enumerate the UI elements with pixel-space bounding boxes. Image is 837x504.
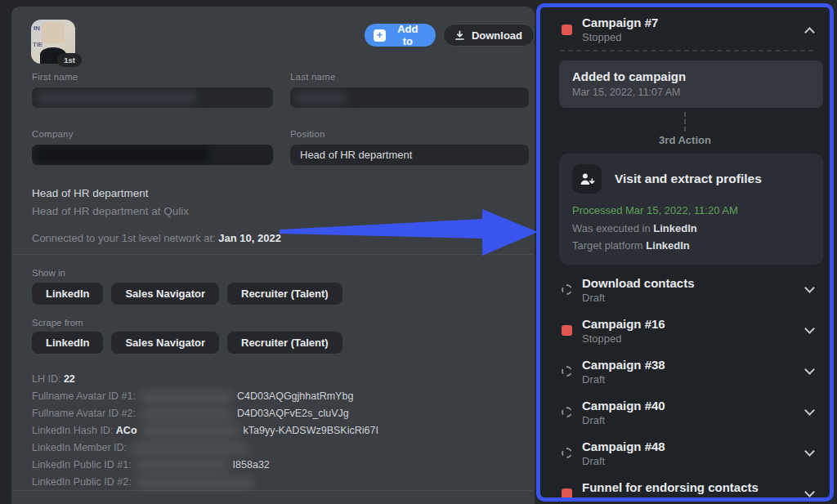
campaigns-panel: Campaign #7 Stopped Added to campaign Ma… <box>536 3 834 502</box>
action-platform-line: Target platform LinkedIn <box>572 237 810 255</box>
first-name-input[interactable] <box>32 87 273 108</box>
first-name-field: First name <box>32 72 273 108</box>
position-label: Position <box>290 129 529 139</box>
extract-profiles-icon <box>579 171 596 188</box>
connected-date: Jan 10, 2022 <box>218 232 281 244</box>
draft-icon <box>562 284 572 295</box>
first-name-label: First name <box>32 72 273 82</box>
scrape-from-label: Scrape from <box>32 318 83 328</box>
action-title: Visit and extract profiles <box>615 172 762 186</box>
last-name-field: Last name <box>290 72 529 108</box>
connection-degree-badge: 1st <box>57 53 82 67</box>
redacted-value <box>137 477 253 488</box>
chevron-down-icon[interactable] <box>804 364 815 375</box>
draft-icon <box>562 366 572 377</box>
annotation-arrow <box>280 208 538 257</box>
avatar-face-redaction <box>42 22 65 43</box>
plus-icon <box>374 29 386 42</box>
profile-subheadline: Head of HR department at Qulix <box>32 205 189 217</box>
avatar: IN TIE 1st <box>31 20 75 64</box>
dashed-divider <box>560 50 813 51</box>
action-meta: Processed Mar 15, 2022, 11:20 AM Was exe… <box>572 202 810 255</box>
id-row: LinkedIn Hash ID: ACokTa9yy-KADSWz9BSKic… <box>32 422 378 439</box>
chevron-up-icon[interactable] <box>804 27 815 38</box>
section-divider <box>12 490 534 491</box>
redacted-value <box>37 90 196 105</box>
download-button[interactable]: Download <box>443 24 535 47</box>
chip-show-sales-navigator[interactable]: Sales Navigator <box>111 283 219 305</box>
id-row: LinkedIn Public ID #2: <box>32 474 378 491</box>
show-in-chips: LinkedIn Sales Navigator Recruiter (Tale… <box>32 283 342 305</box>
stopped-icon <box>562 325 572 336</box>
id-row: LinkedIn Member ID: <box>32 439 378 457</box>
campaign-row-40[interactable]: Campaign #40 Draft <box>540 392 830 433</box>
chevron-down-icon[interactable] <box>804 323 815 334</box>
download-label: Download <box>472 29 522 42</box>
redacted-value <box>142 426 239 437</box>
stopped-icon <box>562 25 572 35</box>
add-to-label: Add to <box>392 23 424 47</box>
chip-scrape-linkedin[interactable]: LinkedIn <box>32 332 103 354</box>
chevron-down-icon[interactable] <box>804 283 815 293</box>
campaign-status: Stopped <box>582 30 658 44</box>
redacted-value <box>137 460 228 471</box>
action-executed-line: Was executed in LinkedIn <box>572 220 810 238</box>
campaign-row-download-contacts[interactable]: Download contacts Draft <box>540 270 830 310</box>
app-window: IN TIE 1st Add to Download First name <box>0 0 837 504</box>
chevron-down-icon[interactable] <box>804 405 815 416</box>
redacted-value <box>141 391 232 403</box>
position-field: Position Head of HR department <box>290 129 529 165</box>
id-row: LH ID: 22 <box>32 371 378 388</box>
redacted-value <box>37 147 208 163</box>
profile-headline: Head of HR department <box>32 187 149 199</box>
event-title: Added to campaign <box>572 69 810 83</box>
company-input[interactable] <box>32 145 273 165</box>
campaign-row-expanded[interactable]: Campaign #7 Stopped <box>540 7 830 44</box>
status-icon-cell <box>560 25 573 35</box>
dashed-connector <box>684 112 686 132</box>
last-name-input[interactable] <box>290 87 529 108</box>
connected-line: Connected to your 1st level network at: … <box>32 232 281 244</box>
campaign-list: Download contacts Draft Campaign #16 Sto… <box>540 270 830 502</box>
redacted-value <box>141 408 232 420</box>
action-processed: Processed Mar 15, 2022, 11:20 AM <box>572 202 810 220</box>
last-name-label: Last name <box>290 72 529 82</box>
company-field: Company <box>32 129 273 165</box>
chevron-down-icon[interactable] <box>804 487 815 497</box>
action-card-header: Visit and extract profiles <box>572 164 810 194</box>
chevron-down-icon[interactable] <box>804 446 815 457</box>
draft-icon <box>562 407 572 417</box>
position-value: Head of HR department <box>300 149 412 161</box>
scrape-from-chips: LinkedIn Sales Navigator Recruiter (Tale… <box>32 332 342 354</box>
chip-scrape-recruiter[interactable]: Recruiter (Talent) <box>227 332 342 354</box>
chip-show-recruiter[interactable]: Recruiter (Talent) <box>227 283 342 305</box>
id-row: Fullname Avatar ID #2:D4D03AQFvE2s_cluVJ… <box>32 405 378 422</box>
download-icon <box>454 29 466 42</box>
redacted-value <box>295 90 346 105</box>
campaign-text: Campaign #7 Stopped <box>582 15 658 44</box>
campaign-event-card: Added to campaign Mar 15, 2022, 11:07 AM <box>559 60 823 108</box>
company-label: Company <box>32 129 273 139</box>
action-card: Visit and extract profiles Processed Mar… <box>559 154 823 265</box>
id-row: LinkedIn Public ID #1:I858a32 <box>32 457 378 474</box>
show-in-label: Show in <box>32 268 65 278</box>
redacted-value <box>132 443 248 454</box>
add-to-button[interactable]: Add to <box>365 24 436 47</box>
action-ordinal-label: 3rd Action <box>540 134 830 146</box>
connected-label: Connected to your 1st level network at: <box>32 232 216 244</box>
id-row: Fullname Avatar ID #1:C4D03AQGgjhhatRmYb… <box>32 388 378 405</box>
campaign-row-48[interactable]: Campaign #48 Draft <box>540 433 830 474</box>
campaign-row-funnel-endorsing[interactable]: Funnel for endorsing contacts Stopped <box>540 474 830 502</box>
position-input[interactable]: Head of HR department <box>290 145 529 165</box>
draft-icon <box>562 448 572 458</box>
campaign-name: Campaign #7 <box>582 15 658 30</box>
avatar-backdrop-text: IN <box>34 25 40 32</box>
campaign-row-38[interactable]: Campaign #38 Draft <box>540 351 830 392</box>
action-icon-box <box>572 164 602 194</box>
chip-show-linkedin[interactable]: LinkedIn <box>32 283 103 305</box>
chip-scrape-sales-navigator[interactable]: Sales Navigator <box>111 332 219 354</box>
campaign-row-16[interactable]: Campaign #16 Stopped <box>540 310 830 351</box>
profile-actions: Add to Download <box>365 24 535 47</box>
id-list: LH ID: 22 Fullname Avatar ID #1:C4D03AQG… <box>32 371 378 491</box>
event-timestamp: Mar 15, 2022, 11:07 AM <box>572 87 810 98</box>
